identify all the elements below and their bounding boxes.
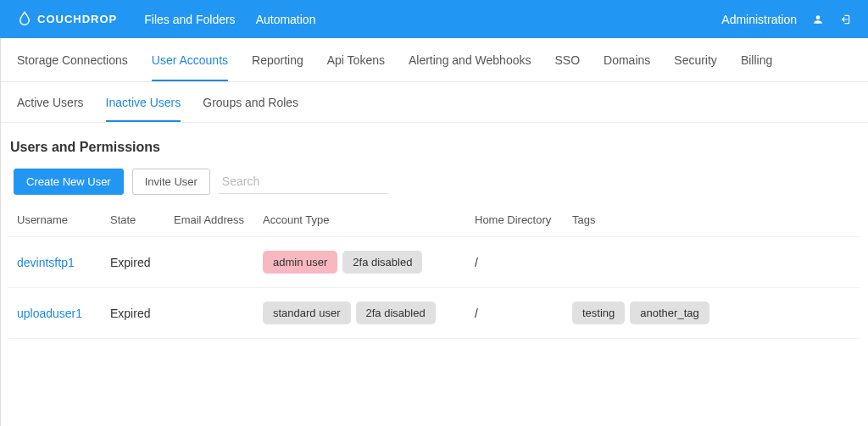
state-cell: Expired: [102, 237, 165, 288]
col-email: Email Address: [165, 207, 254, 237]
home-cell: /: [466, 288, 564, 339]
col-tags: Tags: [564, 207, 860, 237]
primary-tabs: Storage ConnectionsUser AccountsReportin…: [0, 38, 868, 82]
topnav-files[interactable]: Files and Folders: [144, 13, 235, 26]
col-username: Username: [8, 207, 102, 237]
account-type-pill: standard user: [263, 302, 351, 324]
col-state: State: [102, 207, 165, 237]
tab-security[interactable]: Security: [674, 40, 717, 80]
brand[interactable]: COUCHDROP: [17, 10, 117, 28]
topbar-right: Administration: [721, 13, 851, 26]
drop-icon: [17, 10, 32, 28]
invite-user-button[interactable]: Invite User: [132, 169, 210, 195]
tags-cell: [564, 237, 860, 288]
tab-api-tokens[interactable]: Api Tokens: [327, 40, 385, 80]
tab-billing[interactable]: Billing: [741, 40, 772, 80]
tab-reporting[interactable]: Reporting: [252, 40, 303, 80]
tab-alerting-and-webhooks[interactable]: Alerting and Webhooks: [409, 40, 531, 80]
tag-pill: another_tag: [630, 302, 709, 324]
account-type-pill: 2fa disabled: [356, 302, 436, 324]
topnav-automation[interactable]: Automation: [256, 13, 316, 26]
subtab-groups-and-roles[interactable]: Groups and Roles: [203, 84, 298, 121]
tab-storage-connections[interactable]: Storage Connections: [17, 40, 128, 80]
email-cell: [165, 288, 254, 339]
username-link[interactable]: devintsftp1: [17, 256, 75, 269]
table-row[interactable]: uploaduser1Expiredstandard user2fa disab…: [8, 288, 860, 339]
user-icon[interactable]: [812, 14, 824, 25]
subtab-inactive-users[interactable]: Inactive Users: [106, 84, 181, 121]
topnav-administration[interactable]: Administration: [721, 13, 797, 26]
brand-name: COUCHDROP: [37, 13, 117, 25]
search-input[interactable]: [219, 169, 388, 194]
create-new-user-button[interactable]: Create New User: [14, 169, 124, 195]
tags-cell: testinganother_tag: [564, 288, 860, 339]
page-body: Users and Permissions Create New User In…: [0, 123, 868, 339]
col-type: Account Type: [254, 207, 466, 237]
page-title: Users and Permissions: [8, 140, 860, 155]
account-type-pill: 2fa disabled: [342, 251, 422, 274]
tab-sso[interactable]: SSO: [554, 40, 580, 80]
topnav: Files and Folders Automation: [144, 13, 315, 26]
left-edge-divider: [0, 38, 1, 426]
tab-user-accounts[interactable]: User Accounts: [152, 40, 228, 80]
logout-icon[interactable]: [839, 14, 851, 25]
username-link[interactable]: uploaduser1: [17, 307, 82, 320]
account-type-cell: standard user2fa disabled: [254, 288, 466, 339]
secondary-tabs: Active UsersInactive UsersGroups and Rol…: [0, 82, 868, 123]
email-cell: [165, 237, 254, 288]
home-cell: /: [466, 237, 564, 288]
subtab-active-users[interactable]: Active Users: [17, 84, 84, 121]
tag-pill: testing: [572, 302, 625, 324]
tab-domains[interactable]: Domains: [604, 40, 650, 80]
topbar: COUCHDROP Files and Folders Automation A…: [0, 0, 868, 38]
col-home: Home Directory: [466, 207, 564, 237]
action-row: Create New User Invite User: [8, 169, 860, 207]
state-cell: Expired: [102, 288, 165, 339]
account-type-pill: admin user: [263, 251, 337, 274]
users-table: Username State Email Address Account Typ…: [8, 207, 860, 339]
table-row[interactable]: devintsftp1Expiredadmin user2fa disabled…: [8, 237, 860, 288]
account-type-cell: admin user2fa disabled: [254, 237, 466, 288]
